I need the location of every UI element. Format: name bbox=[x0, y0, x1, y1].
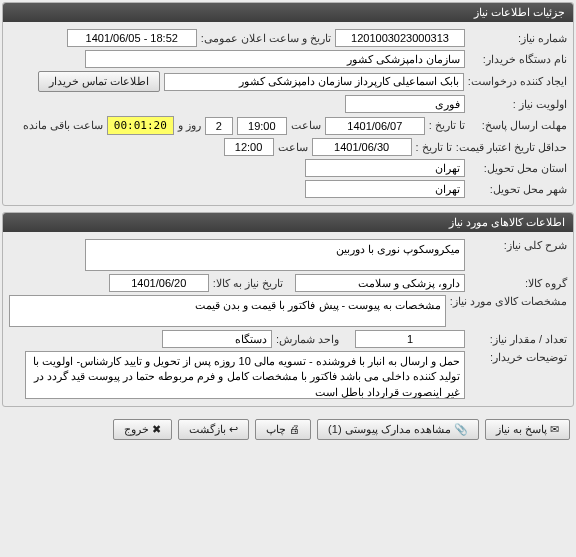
unit-field[interactable] bbox=[162, 330, 272, 348]
announce-date-label: تاریخ و ساعت اعلان عمومی: bbox=[201, 32, 331, 45]
deadline-time-field[interactable] bbox=[237, 117, 287, 135]
to-date-label-1: تا تاریخ : bbox=[429, 119, 465, 132]
need-details-header: جزئیات اطلاعات نیاز bbox=[3, 3, 573, 22]
buyer-contact-button[interactable]: اطلاعات تماس خریدار bbox=[38, 71, 160, 92]
requester-field[interactable] bbox=[164, 73, 464, 91]
need-date-field[interactable] bbox=[109, 274, 209, 292]
to-date-label-2: تا تاریخ : bbox=[416, 141, 452, 154]
buyer-org-field[interactable] bbox=[85, 50, 465, 68]
province-label: استان محل تحویل: bbox=[469, 162, 567, 175]
validity-date-field[interactable] bbox=[312, 138, 412, 156]
qty-label: تعداد / مقدار نیاز: bbox=[469, 333, 567, 346]
city-field[interactable] bbox=[305, 180, 465, 198]
need-number-field[interactable] bbox=[335, 29, 465, 47]
buyer-note-label: توضیحات خریدار: bbox=[469, 351, 567, 364]
unit-label: واحد شمارش: bbox=[276, 333, 339, 346]
announce-date-field[interactable] bbox=[67, 29, 197, 47]
deadline-date-field[interactable] bbox=[325, 117, 425, 135]
desc-label: شرح کلی نیاز: bbox=[469, 239, 567, 252]
countdown-timer: 00:01:20 bbox=[107, 116, 174, 135]
time-label-2: ساعت bbox=[278, 141, 308, 154]
reply-icon: ✉ bbox=[550, 423, 559, 435]
buyer-note-field[interactable]: حمل و ارسال به انبار با فروشنده - تسویه … bbox=[25, 351, 465, 399]
print-button[interactable]: 🖨 چاپ bbox=[255, 419, 311, 440]
exit-icon: ✖ bbox=[152, 423, 161, 435]
buyer-org-label: نام دستگاه خریدار: bbox=[469, 53, 567, 66]
goods-info-panel: اطلاعات کالاهای مورد نیاز شرح کلی نیاز: … bbox=[2, 212, 574, 407]
attachment-icon: 📎 bbox=[454, 423, 468, 435]
back-button[interactable]: ↩ بازگشت bbox=[178, 419, 249, 440]
attachments-label: مشاهده مدارک پیوستی (1) bbox=[328, 423, 451, 435]
days-remaining-field[interactable] bbox=[205, 117, 233, 135]
attachments-button[interactable]: 📎 مشاهده مدارک پیوستی (1) bbox=[317, 419, 479, 440]
exit-label: خروج bbox=[124, 423, 149, 435]
priority-field[interactable] bbox=[345, 95, 465, 113]
need-number-label: شماره نیاز: bbox=[469, 32, 567, 45]
need-details-panel: جزئیات اطلاعات نیاز شماره نیاز: تاریخ و … bbox=[2, 2, 574, 206]
desc-field[interactable]: میکروسکوپ نوری با دوربین bbox=[85, 239, 465, 271]
reply-button[interactable]: ✉ پاسخ به نیاز bbox=[485, 419, 570, 440]
timer-suffix: ساعت باقی مانده bbox=[23, 119, 103, 132]
requester-label: ایجاد کننده درخواست: bbox=[468, 75, 567, 88]
days-suffix: روز و bbox=[178, 119, 201, 132]
back-icon: ↩ bbox=[229, 423, 238, 435]
time-label-1: ساعت bbox=[291, 119, 321, 132]
footer-toolbar: ✉ پاسخ به نیاز 📎 مشاهده مدارک پیوستی (1)… bbox=[0, 413, 576, 446]
province-field[interactable] bbox=[305, 159, 465, 177]
reply-label: پاسخ به نیاز bbox=[496, 423, 547, 435]
priority-label: اولویت نیاز : bbox=[469, 98, 567, 111]
validity-label: حداقل تاریخ اعتبار قیمت: bbox=[456, 141, 567, 154]
exit-button[interactable]: ✖ خروج bbox=[113, 419, 172, 440]
print-label: چاپ bbox=[266, 423, 286, 435]
need-date-label: تاریخ نیاز به کالا: bbox=[213, 277, 283, 290]
spec-field[interactable]: مشخصات به پیوست - پیش فاکتور با قیمت و ب… bbox=[9, 295, 446, 327]
validity-time-field[interactable] bbox=[224, 138, 274, 156]
goods-info-header: اطلاعات کالاهای مورد نیاز bbox=[3, 213, 573, 232]
deadline-label: مهلت ارسال پاسخ: bbox=[469, 119, 567, 132]
qty-field[interactable] bbox=[355, 330, 465, 348]
print-icon: 🖨 bbox=[289, 423, 300, 435]
spec-label: مشخصات کالای مورد نیاز: bbox=[450, 295, 567, 308]
group-field[interactable] bbox=[295, 274, 465, 292]
city-label: شهر محل تحویل: bbox=[469, 183, 567, 196]
back-label: بازگشت bbox=[189, 423, 226, 435]
group-label: گروه کالا: bbox=[469, 277, 567, 290]
